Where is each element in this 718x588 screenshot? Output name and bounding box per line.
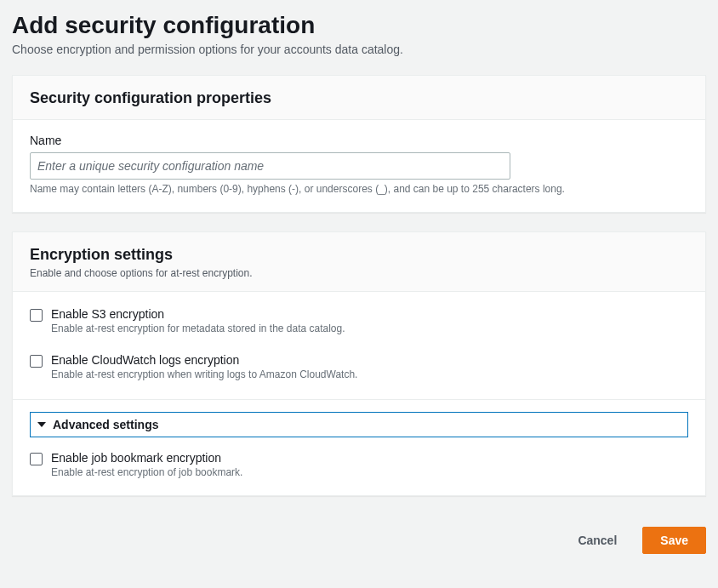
encryption-panel: Encryption settings Enable and choose op…	[12, 231, 706, 496]
footer: Cancel Save	[12, 515, 706, 554]
cloudwatch-desc: Enable at-rest encryption when writing l…	[51, 368, 688, 380]
page-subtitle: Choose encryption and permission options…	[12, 43, 706, 56]
bookmark-encryption-checkbox[interactable]	[30, 453, 43, 465]
save-button[interactable]: Save	[642, 527, 706, 554]
cancel-button[interactable]: Cancel	[561, 527, 634, 554]
properties-heading: Security configuration properties	[30, 89, 688, 107]
cloudwatch-content: Enable CloudWatch logs encryption Enable…	[51, 353, 688, 380]
bookmark-content: Enable job bookmark encryption Enable at…	[51, 451, 688, 478]
name-hint: Name may contain letters (A-Z), numbers …	[30, 183, 688, 195]
encryption-header: Encryption settings Enable and choose op…	[13, 232, 705, 292]
s3-encryption-checkbox[interactable]	[30, 309, 43, 322]
cloudwatch-encryption-checkbox[interactable]	[30, 355, 43, 368]
page-title: Add security configuration	[12, 12, 706, 39]
properties-panel: Security configuration properties Name N…	[12, 75, 706, 213]
encryption-body: Enable S3 encryption Enable at-rest encr…	[13, 292, 705, 399]
s3-encryption-row: Enable S3 encryption Enable at-rest encr…	[30, 305, 688, 336]
properties-body: Name Name may contain letters (A-Z), num…	[13, 120, 705, 212]
advanced-settings-toggle[interactable]: Advanced settings	[30, 412, 688, 437]
s3-content: Enable S3 encryption Enable at-rest encr…	[51, 307, 688, 334]
encryption-heading: Encryption settings	[30, 246, 688, 264]
advanced-label: Advanced settings	[53, 418, 158, 431]
bookmark-desc: Enable at-rest encryption of job bookmar…	[51, 466, 688, 478]
advanced-body: Enable job bookmark encryption Enable at…	[13, 449, 705, 495]
bookmark-encryption-row: Enable job bookmark encryption Enable at…	[30, 449, 688, 480]
caret-down-icon	[37, 422, 46, 427]
name-input[interactable]	[30, 152, 510, 180]
encryption-subheading: Enable and choose options for at-rest en…	[30, 267, 688, 279]
name-label: Name	[30, 134, 688, 147]
s3-label: Enable S3 encryption	[51, 307, 688, 321]
cloudwatch-label: Enable CloudWatch logs encryption	[51, 353, 688, 367]
cloudwatch-encryption-row: Enable CloudWatch logs encryption Enable…	[30, 351, 688, 382]
bookmark-label: Enable job bookmark encryption	[51, 451, 688, 465]
properties-header: Security configuration properties	[13, 76, 705, 120]
s3-desc: Enable at-rest encryption for metadata s…	[51, 323, 688, 334]
